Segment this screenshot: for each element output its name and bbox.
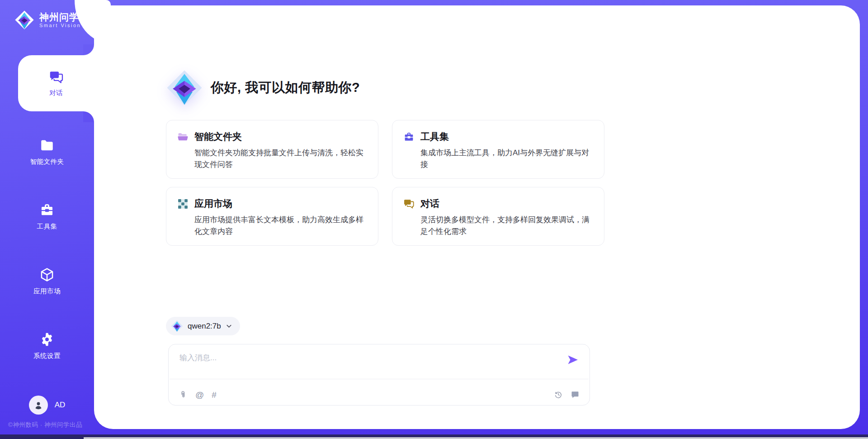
new-chat-button[interactable] (571, 390, 580, 399)
gear-icon (39, 332, 55, 347)
card-title: 对话 (420, 197, 439, 210)
hash-icon: # (212, 391, 217, 399)
history-button[interactable] (554, 390, 563, 399)
assistant-gem-icon (166, 69, 203, 106)
toolbox-icon (39, 202, 55, 218)
chevron-down-icon (226, 323, 232, 329)
message-input[interactable] (179, 353, 496, 379)
card-chat[interactable]: 对话 灵活切换多模型文件，支持多样回复效果调试，满足个性化需求 (392, 187, 604, 246)
chat-square-icon (571, 390, 580, 399)
send-icon (566, 353, 579, 366)
user-name: AD (55, 401, 66, 410)
sidebar-item-smart-folder[interactable]: 智能文件夹 (0, 119, 94, 184)
composer-toolbar: @ # (179, 390, 580, 399)
folder-open-icon (177, 131, 189, 143)
sidebar-item-label: 应用市场 (33, 287, 61, 296)
card-title: 应用市场 (194, 197, 232, 210)
sidebar-item-label: 工具集 (37, 222, 57, 231)
card-smart-folder[interactable]: 智能文件夹 智能文件夹功能支持批量文件上传与清洗，轻松实现文件问答 (166, 120, 378, 179)
sidebar-item-app-market[interactable]: 应用市场 (0, 249, 94, 314)
chat-icon (403, 198, 415, 210)
tab-fillet-top (83, 44, 94, 55)
sidebar-item-label: 智能文件夹 (30, 157, 64, 166)
avatar (29, 396, 48, 415)
card-title: 智能文件夹 (194, 130, 242, 143)
chat-icon (49, 70, 64, 85)
sidebar-item-settings[interactable]: 系统设置 (0, 314, 94, 378)
gem-icon (171, 320, 183, 332)
brand-logo: 神州问学 Smart Vision (0, 0, 94, 30)
card-toolset[interactable]: 工具集 集成市场上主流工具，助力AI与外界无缝扩展与对接 (392, 120, 604, 179)
sidebar-item-label: 系统设置 (33, 352, 61, 360)
sidebar-nav: 智能文件夹 工具集 应用市场 系统设置 (0, 119, 94, 378)
main-content: 你好, 我可以如何帮助你? 智能文件夹 智能文件夹功能支持批量文件上传与清洗，轻… (166, 0, 591, 439)
model-name: qwen2:7b (188, 322, 221, 331)
attach-file-button[interactable] (179, 390, 188, 399)
person-icon (33, 400, 44, 410)
sidebar-item-label: 对话 (49, 89, 63, 97)
card-title: 工具集 (420, 130, 449, 143)
card-app-market[interactable]: 应用市场 应用市场提供丰富长文本模板，助力高效生成多样化文章内容 (166, 187, 378, 246)
folder-icon (39, 138, 55, 153)
sidebar-item-chat[interactable]: 对话 (18, 55, 94, 111)
card-description: 集成市场上主流工具，助力AI与外界无缝扩展与对接 (420, 147, 593, 171)
card-description: 应用市场提供丰富长文本模板，助力高效生成多样化文章内容 (194, 214, 367, 238)
card-description: 灵活切换多模型文件，支持多样回复效果调试，满足个性化需求 (420, 214, 593, 238)
feature-cards: 智能文件夹 智能文件夹功能支持批量文件上传与清洗，轻松实现文件问答 工具集 集成… (166, 120, 591, 246)
user-profile[interactable]: AD (0, 396, 94, 415)
copyright-note: ©神州数码 · 神州问学出品 (8, 421, 82, 429)
send-button[interactable] (566, 353, 580, 367)
greeting-title: 你好, 我可以如何帮助你? (211, 79, 360, 97)
composer-divider (170, 379, 589, 379)
paperclip-icon (179, 390, 188, 399)
cube-icon (39, 267, 55, 282)
card-description: 智能文件夹功能支持批量文件上传与清洗，轻松实现文件问答 (194, 147, 367, 171)
greeting: 你好, 我可以如何帮助你? (166, 69, 360, 106)
model-selector[interactable]: qwen2:7b (166, 317, 240, 335)
history-icon (554, 390, 563, 399)
brand-subtitle: Smart Vision (39, 23, 81, 28)
at-icon: @ (195, 391, 204, 399)
window-bottom-edge (0, 437, 868, 439)
topic-button[interactable]: # (212, 391, 217, 399)
brand-name: 神州问学 (39, 12, 81, 22)
message-composer: @ # (168, 344, 590, 406)
sidebar: 神州问学 Smart Vision 对话 智能文件夹 工具集 应用市场 系统设置 (0, 0, 94, 439)
grid-icon (177, 198, 189, 210)
toolbox-icon (403, 131, 415, 143)
brand-gem-icon (14, 10, 34, 30)
sidebar-item-toolset[interactable]: 工具集 (0, 184, 94, 249)
mention-button[interactable]: @ (195, 391, 204, 399)
